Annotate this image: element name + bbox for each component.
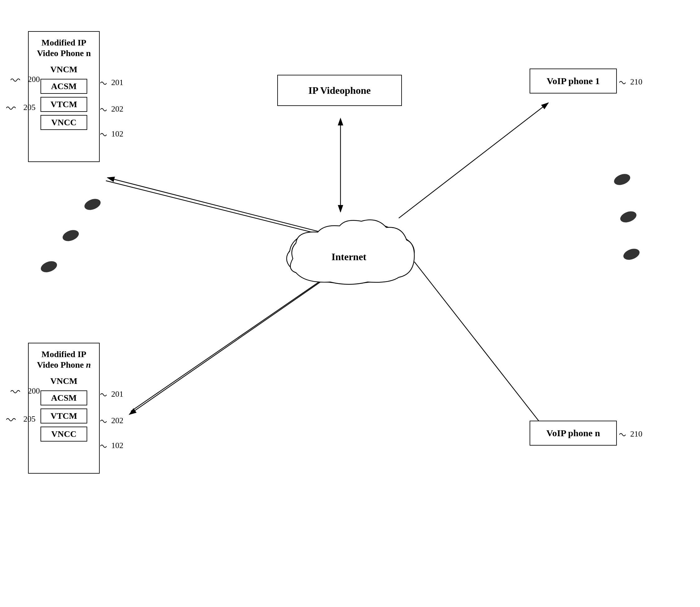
bottom-ref-102: 102 [100, 441, 123, 450]
top-vtcm-box: VTCM [41, 97, 87, 112]
bottom-vtcm-box: VTCM [41, 409, 87, 423]
top-ref-200: 200 [10, 75, 40, 84]
voip-phonen-label: VoIP phone n [546, 428, 600, 438]
dot-right-3 [622, 247, 641, 262]
top-vncc-box: VNCC [41, 115, 87, 130]
top-ref-202: 202 [100, 104, 123, 114]
bottom-ref-200: 200 [10, 386, 40, 396]
bottom-ref-202: 202 [100, 416, 123, 425]
dot-top-1 [83, 197, 102, 212]
bottom-phone-box: Modified IPVideo Phone n VNCM ACSM VTCM … [28, 343, 100, 474]
bottom-acsm-label: ACSM [51, 393, 77, 403]
dot-right-1 [613, 172, 632, 187]
top-ref-102: 102 [100, 129, 123, 139]
internet-label: Internet [332, 251, 366, 263]
bottom-phone-title: Modified IPVideo Phone n [37, 349, 91, 370]
voip-phone1-box: VoIP phone 1 [530, 68, 617, 93]
svg-line-7 [131, 274, 330, 411]
bottom-acsm-box: ACSM [41, 391, 87, 405]
dot-top-3 [39, 259, 59, 274]
cloud-svg: Internet [280, 212, 418, 293]
top-ref-205: 205 [6, 103, 36, 112]
voipn-ref-210: 210 [619, 430, 642, 439]
dot-top-2 [61, 228, 80, 243]
top-vncm-label: VNCM [50, 64, 77, 75]
svg-line-8 [129, 277, 327, 414]
bottom-vncm-label: VNCM [50, 376, 77, 386]
svg-line-5 [399, 103, 548, 218]
dot-right-2 [619, 209, 638, 225]
bottom-vncc-box: VNCC [41, 426, 87, 442]
svg-line-6 [414, 262, 548, 433]
ip-videophone-label: IP Videophone [309, 85, 371, 96]
top-acsm-label: ACSM [51, 81, 77, 91]
voip-phonen-box: VoIP phone n [530, 421, 617, 445]
internet-cloud: Internet [280, 212, 418, 294]
top-phone-box: Modified IP Video Phone n VNCM ACSM VTCM… [28, 31, 100, 162]
voip1-ref-210: 210 [619, 77, 642, 87]
bottom-vtcm-label: VTCM [50, 411, 77, 421]
top-vncc-label: VNCC [51, 118, 77, 127]
top-phone-title: Modified IP Video Phone n [37, 37, 91, 58]
bottom-vncc-label: VNCC [51, 429, 77, 439]
bottom-ref-201: 201 [100, 390, 123, 399]
top-vtcm-label: VTCM [50, 99, 77, 109]
voip-phone1-label: VoIP phone 1 [547, 76, 600, 86]
bottom-ref-205: 205 [6, 414, 36, 424]
top-acsm-box: ACSM [41, 79, 87, 94]
top-ref-201: 201 [100, 78, 123, 87]
diagram: Modified IP Video Phone n VNCM ACSM VTCM… [0, 0, 700, 607]
ip-videophone-box: IP Videophone [277, 75, 402, 106]
